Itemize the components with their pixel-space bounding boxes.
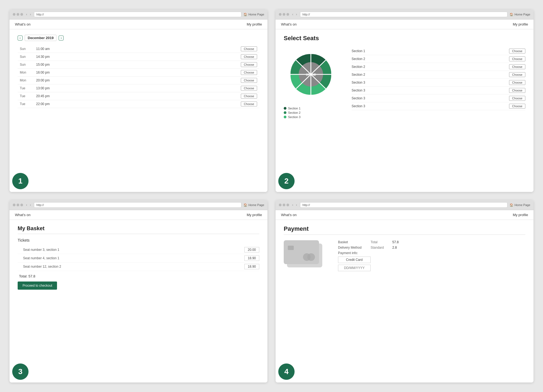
legend-label: Section 3: [288, 115, 301, 119]
delivery-cost: 2.8: [392, 246, 397, 249]
url-bar-3[interactable]: http://: [34, 202, 241, 208]
schedule-time: 16:00 pm: [34, 69, 139, 77]
ticket-label: Seat number 3, section 1: [23, 248, 59, 252]
nav-whats-on-4[interactable]: What's on: [281, 213, 296, 217]
total-sublabel: Total: [371, 240, 392, 244]
schedule-row: Tue 22:00 pm Choose: [18, 100, 259, 108]
card-chip: [288, 246, 294, 250]
schedule-choose-btn[interactable]: Choose: [241, 78, 257, 83]
delivery-label: Delivery Method: [338, 246, 371, 249]
schedule-time: 11:00 am: [34, 45, 139, 53]
forward-arrow[interactable]: ›: [29, 12, 32, 16]
forward-arrow-4[interactable]: ›: [295, 203, 298, 207]
dot-red-2: [279, 13, 282, 16]
browser-dots-3: [13, 204, 23, 206]
dot-yellow-2: [283, 13, 285, 16]
home-link-4[interactable]: 🏠 Home Page: [510, 203, 530, 207]
schedule-time: 20:00 pm: [34, 77, 139, 84]
schedule-day: Mon: [18, 77, 34, 84]
nav-my-profile-2[interactable]: My profile: [513, 22, 528, 26]
browser-nav-4[interactable]: ‹ ›: [291, 203, 298, 207]
dot-yellow-3: [17, 204, 19, 206]
section-choose-btn[interactable]: Choose: [509, 96, 525, 101]
select-seats-title: Select Seats: [284, 35, 525, 42]
section-choose-btn[interactable]: Choose: [509, 88, 525, 93]
legend-item: Section 2: [284, 111, 343, 114]
nav-whats-on-1[interactable]: What's on: [15, 22, 30, 26]
section-choose-btn[interactable]: Choose: [509, 49, 525, 53]
schedule-choose-cell: Choose: [139, 53, 259, 61]
date-input[interactable]: [338, 265, 371, 271]
payment-divider: [284, 235, 525, 235]
nav-my-profile-1[interactable]: My profile: [247, 22, 262, 26]
month-next-btn[interactable]: ›: [59, 36, 64, 40]
browser-chrome-4: ‹ › http:// 🏠 Home Page: [276, 200, 533, 210]
section-label: Section 3: [352, 96, 365, 100]
home-link-3[interactable]: 🏠 Home Page: [244, 203, 264, 207]
panel-3-wrapper: ‹ › http:// 🏠 Home Page What's on My pro…: [5, 196, 272, 387]
seats-row: Section 3 Choose: [352, 79, 525, 87]
seats-legend: Section 1 Section 2 Section 3: [284, 107, 343, 119]
payment-details: Basket Total 57.8 Delivery Method Standa…: [338, 240, 525, 271]
seats-row: Section 2 Choose: [352, 71, 525, 79]
schedule-day: Tue: [18, 84, 34, 92]
back-arrow-2[interactable]: ‹: [291, 12, 294, 16]
basket-label: Basket: [338, 240, 371, 244]
nav-whats-on-3[interactable]: What's on: [15, 213, 30, 217]
schedule-choose-btn[interactable]: Choose: [241, 62, 257, 67]
back-arrow-4[interactable]: ‹: [291, 203, 294, 207]
step-badge-4: 4: [278, 363, 295, 380]
dot-green-4: [286, 204, 289, 206]
forward-arrow-3[interactable]: ›: [29, 203, 32, 207]
site-nav-4: What's on My profile: [276, 210, 533, 220]
checkout-button[interactable]: Proceed to checkout: [18, 282, 57, 290]
section-choose-btn[interactable]: Choose: [509, 56, 525, 61]
dot-yellow-4: [283, 204, 285, 206]
schedule-choose-btn[interactable]: Choose: [241, 102, 257, 106]
basket-content: My Basket Tickets Seat number 3, section…: [10, 220, 267, 382]
site-nav-2: What's on My profile: [276, 20, 533, 29]
nav-my-profile-4[interactable]: My profile: [513, 213, 528, 217]
nav-my-profile-3[interactable]: My profile: [247, 213, 262, 217]
month-prev-btn[interactable]: ‹: [18, 36, 23, 40]
browser-nav-3[interactable]: ‹ ›: [25, 203, 32, 207]
section-choose-btn[interactable]: Choose: [509, 80, 525, 85]
back-arrow[interactable]: ‹: [25, 12, 28, 16]
browser-window-3: ‹ › http:// 🏠 Home Page What's on My pro…: [10, 200, 267, 382]
back-arrow-3[interactable]: ‹: [25, 203, 28, 207]
schedule-row: Sun 14:30 pm Choose: [18, 53, 259, 61]
url-text-3: http://: [36, 203, 44, 207]
home-link-2[interactable]: 🏠 Home Page: [510, 13, 530, 16]
schedule-choose-btn[interactable]: Choose: [241, 86, 257, 91]
browser-nav-2[interactable]: ‹ ›: [291, 12, 298, 16]
ticket-price: 20.00: [244, 247, 259, 252]
panel-2-wrapper: ‹ › http:// 🏠 Home Page What's on My pro…: [272, 5, 538, 196]
url-bar-1[interactable]: http://: [34, 12, 241, 17]
nav-whats-on-2[interactable]: What's on: [281, 22, 296, 26]
section-choose-btn[interactable]: Choose: [509, 72, 525, 77]
ticket-row: Seat number 12, section 2 18.90: [18, 263, 259, 271]
credit-card-input[interactable]: [338, 257, 371, 263]
forward-arrow-2[interactable]: ›: [295, 12, 298, 16]
ticket-label: Seat number 4, section 1: [23, 256, 59, 260]
legend-dot: [284, 107, 286, 110]
schedule-choose-cell: Choose: [139, 69, 259, 77]
basket-items: Seat number 3, section 1 20.00 Seat numb…: [18, 246, 259, 271]
browser-window-2: ‹ › http:// 🏠 Home Page What's on My pro…: [276, 10, 533, 192]
schedule-choose-btn[interactable]: Choose: [241, 46, 257, 51]
section-choose-btn[interactable]: Choose: [509, 64, 525, 69]
seats-row: Section 2 Choose: [352, 63, 525, 71]
url-text-4: http://: [302, 203, 310, 207]
legend-label: Section 1: [288, 107, 301, 110]
dot-green-2: [286, 13, 289, 16]
section-choose-btn[interactable]: Choose: [509, 104, 525, 109]
schedule-choose-btn[interactable]: Choose: [241, 70, 257, 75]
browser-nav-1[interactable]: ‹ ›: [25, 12, 32, 16]
dot-red-4: [279, 204, 282, 206]
donut-container: STAGE Section 1 Sec: [284, 47, 343, 120]
schedule-choose-btn[interactable]: Choose: [241, 54, 257, 59]
schedule-choose-btn[interactable]: Choose: [241, 94, 257, 99]
url-bar-4[interactable]: http://: [300, 202, 507, 208]
home-link-1[interactable]: 🏠 Home Page: [244, 13, 264, 16]
url-bar-2[interactable]: http://: [300, 12, 507, 17]
